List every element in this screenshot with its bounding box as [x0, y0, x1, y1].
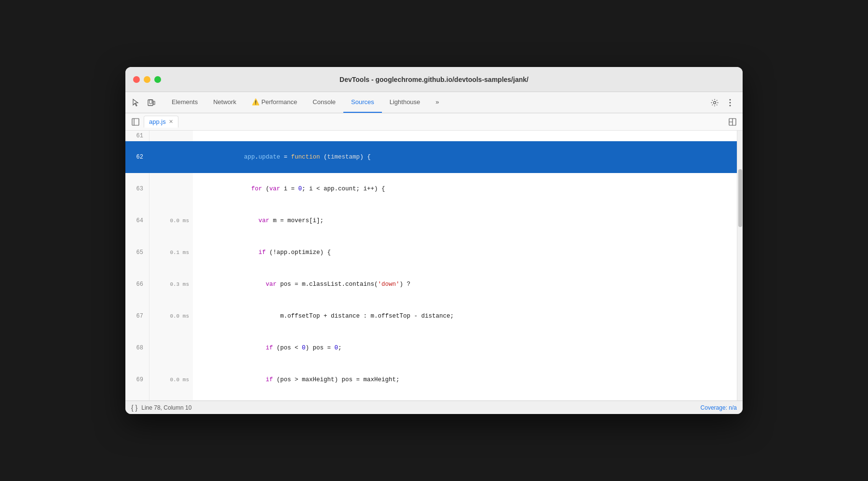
status-bar: { } Line 78, Column 10 Coverage: n/a	[125, 401, 743, 414]
cursor-icon[interactable]	[129, 96, 143, 109]
scrollbar-thumb[interactable]	[738, 169, 742, 227]
timing-value: 0.1 ms	[149, 237, 193, 268]
code-line: app.update = function (timestamp) {	[193, 141, 737, 173]
close-button[interactable]	[133, 76, 140, 83]
devtools-window: DevTools - googlechrome.github.io/devtoo…	[125, 67, 743, 414]
table-row: 62 app.update = function (timestamp) {	[125, 141, 737, 173]
line-number: 62	[125, 141, 149, 173]
file-tab-close[interactable]: ✕	[169, 119, 173, 125]
line-number: 65	[125, 237, 149, 268]
code-line	[193, 131, 737, 141]
code-table: 61 62 app.update = function (timestamp) …	[125, 131, 737, 401]
traffic-lights	[133, 76, 161, 83]
sidebar-toggle-icon[interactable]	[129, 116, 142, 128]
table-row: 69 0.0 ms if (pos > maxHeight) pos = max…	[125, 364, 737, 396]
line-number: 70	[125, 396, 149, 401]
devtools-tabs: Elements Network ⚠️ Performance Console …	[164, 92, 702, 113]
timing-value	[149, 131, 193, 141]
format-icon: { }	[131, 404, 137, 412]
timing-value	[149, 332, 193, 364]
code-line: if (!app.optimize) {	[193, 237, 737, 268]
tab-more[interactable]: »	[428, 92, 447, 113]
tab-network[interactable]: Network	[205, 92, 244, 113]
minimize-button[interactable]	[144, 76, 150, 83]
timing-value: 0.0 ms	[149, 205, 193, 237]
code-line: m.offsetTop + distance : m.offsetTop - d…	[193, 300, 737, 332]
devtools-toolbar: Elements Network ⚠️ Performance Console …	[125, 92, 743, 113]
svg-point-4	[714, 101, 716, 104]
status-left: { } Line 78, Column 10	[131, 404, 191, 412]
tab-console[interactable]: Console	[305, 92, 343, 113]
table-row: 61	[125, 131, 737, 141]
code-area[interactable]: 61 62 app.update = function (timestamp) …	[125, 131, 737, 401]
tab-performance[interactable]: ⚠️ Performance	[244, 92, 305, 113]
timing-value	[149, 141, 193, 173]
line-number: 63	[125, 173, 149, 205]
table-row: 64 0.0 ms var m = movers[i];	[125, 205, 737, 237]
svg-point-6	[730, 102, 731, 103]
toolbar-right	[702, 92, 743, 113]
scrollbar-track[interactable]	[737, 131, 743, 401]
timing-value: 0.0 ms	[149, 300, 193, 332]
code-line: m.style.top = pos + 'px';	[193, 396, 737, 401]
line-number: 66	[125, 268, 149, 300]
toolbar-icons	[129, 92, 164, 113]
svg-point-7	[730, 105, 731, 106]
file-tab-appjs[interactable]: app.js ✕	[144, 116, 178, 128]
line-number: 68	[125, 332, 149, 364]
secondary-toolbar-right	[726, 116, 739, 128]
code-line: var pos = m.classList.contains('down') ?	[193, 268, 737, 300]
settings-icon[interactable]	[708, 96, 721, 109]
table-row: 66 0.3 ms var pos = m.classList.contains…	[125, 268, 737, 300]
tab-sources[interactable]: Sources	[343, 92, 382, 113]
timing-value: 1208.7 ms	[149, 396, 193, 401]
timing-value: 0.3 ms	[149, 268, 193, 300]
svg-rect-8	[132, 119, 139, 125]
tab-elements[interactable]: Elements	[164, 92, 205, 113]
cursor-position: Line 78, Column 10	[141, 404, 191, 411]
code-line: var m = movers[i];	[193, 205, 737, 237]
title-bar: DevTools - googlechrome.github.io/devtoo…	[125, 67, 743, 92]
secondary-toolbar: app.js ✕	[125, 113, 743, 131]
svg-point-5	[730, 99, 731, 100]
device-icon[interactable]	[145, 96, 158, 109]
maximize-button[interactable]	[154, 76, 161, 83]
more-options-icon[interactable]	[723, 96, 737, 109]
file-tab-label: app.js	[149, 118, 166, 125]
table-row: 68 if (pos < 0) pos = 0;	[125, 332, 737, 364]
line-number: 69	[125, 364, 149, 396]
line-number: 61	[125, 131, 149, 141]
window-title: DevTools - googlechrome.github.io/devtoo…	[339, 76, 529, 83]
table-row: 70 1208.7 ms m.style.top = pos + 'px';	[125, 396, 737, 401]
svg-rect-3	[153, 101, 155, 105]
table-row: 63 for (var i = 0; i < app.count; i++) {	[125, 173, 737, 205]
line-number: 67	[125, 300, 149, 332]
tab-lighthouse[interactable]: Lighthouse	[382, 92, 428, 113]
timing-value: 0.0 ms	[149, 364, 193, 396]
svg-rect-2	[149, 100, 152, 104]
code-container: 61 62 app.update = function (timestamp) …	[125, 131, 743, 401]
coverage-status: Coverage: n/a	[701, 404, 737, 411]
code-line: if (pos > maxHeight) pos = maxHeight;	[193, 364, 737, 396]
table-row: 65 0.1 ms if (!app.optimize) {	[125, 237, 737, 268]
line-number: 64	[125, 205, 149, 237]
timing-value	[149, 173, 193, 205]
table-row: 67 0.0 ms m.offsetTop + distance : m.off…	[125, 300, 737, 332]
code-line: if (pos < 0) pos = 0;	[193, 332, 737, 364]
panel-layout-icon[interactable]	[726, 116, 739, 128]
code-line: for (var i = 0; i < app.count; i++) {	[193, 173, 737, 205]
